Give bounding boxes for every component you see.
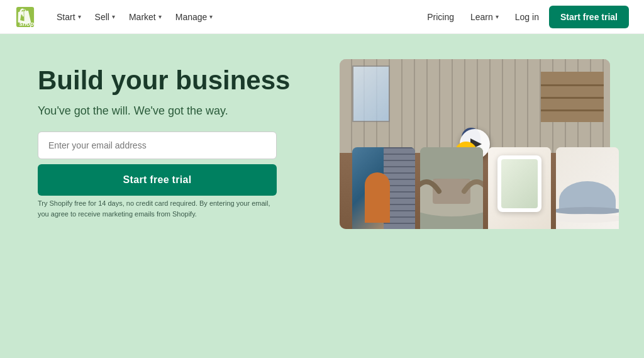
thumb4-plate — [556, 214, 619, 223]
sell-chevron-icon: ▾ — [112, 13, 115, 20]
thumb3-screen — [501, 159, 538, 208]
thumbnail-4 — [556, 147, 619, 229]
signup-form: Start free trial — [38, 131, 277, 196]
login-link[interactable]: Log in — [509, 8, 545, 26]
shelf-line-2 — [541, 97, 604, 99]
market-chevron-icon: ▾ — [158, 13, 162, 20]
start-free-trial-hero-button[interactable]: Start free trial — [38, 164, 277, 196]
shelf-line-3 — [541, 109, 604, 111]
nav-market[interactable]: Market ▾ — [123, 8, 168, 26]
logo-link[interactable]: shopify — [15, 7, 35, 27]
manage-chevron-icon: ▾ — [209, 13, 213, 20]
nav-learn[interactable]: Learn ▾ — [464, 8, 505, 26]
nav-start[interactable]: Start ▾ — [50, 8, 87, 26]
start-chevron-icon: ▾ — [78, 13, 81, 20]
thumb2-craft-svg — [420, 147, 483, 229]
nav-manage[interactable]: Manage ▾ — [169, 8, 219, 26]
shop-shelf — [541, 72, 604, 122]
shopify-logo-icon: shopify — [15, 7, 35, 27]
email-input[interactable] — [38, 131, 277, 159]
nav-links-right: Pricing Learn ▾ Log in Start free trial — [421, 6, 629, 28]
thumb-3-inner — [488, 147, 551, 229]
thumbnail-1 — [352, 147, 415, 229]
nav-pricing[interactable]: Pricing — [421, 8, 460, 26]
hero-content: Build your business You've got the will.… — [38, 59, 327, 219]
navbar: shopify Start ▾ Sell ▾ Market ▾ Manage ▾… — [0, 0, 644, 34]
shop-window — [352, 65, 390, 122]
thumb3-phone — [497, 155, 541, 212]
start-free-trial-nav-button[interactable]: Start free trial — [549, 6, 629, 28]
svg-text:shopify: shopify — [19, 20, 35, 26]
thumb-4-inner — [556, 147, 619, 229]
nav-sell[interactable]: Sell ▾ — [89, 8, 121, 26]
hero-title: Build your business — [38, 65, 327, 96]
hero-section: Build your business You've got the will.… — [0, 34, 644, 358]
nav-links-left: Start ▾ Sell ▾ Market ▾ Manage ▾ — [50, 8, 421, 26]
thumb1-person — [365, 172, 390, 223]
disclaimer-text: Try Shopify free for 14 days, no credit … — [38, 198, 277, 219]
bottom-thumbnails — [352, 147, 619, 229]
shelf-line-1 — [541, 84, 604, 86]
thumbnail-3 — [488, 147, 551, 229]
learn-chevron-icon: ▾ — [496, 13, 499, 20]
thumb-1-inner — [352, 147, 415, 229]
thumbnail-2 — [420, 147, 483, 229]
hero-subtitle: You've got the will. We've got the way. — [38, 104, 327, 118]
thumb-2-inner — [420, 147, 483, 229]
hero-media: 🎬 — [327, 59, 619, 229]
